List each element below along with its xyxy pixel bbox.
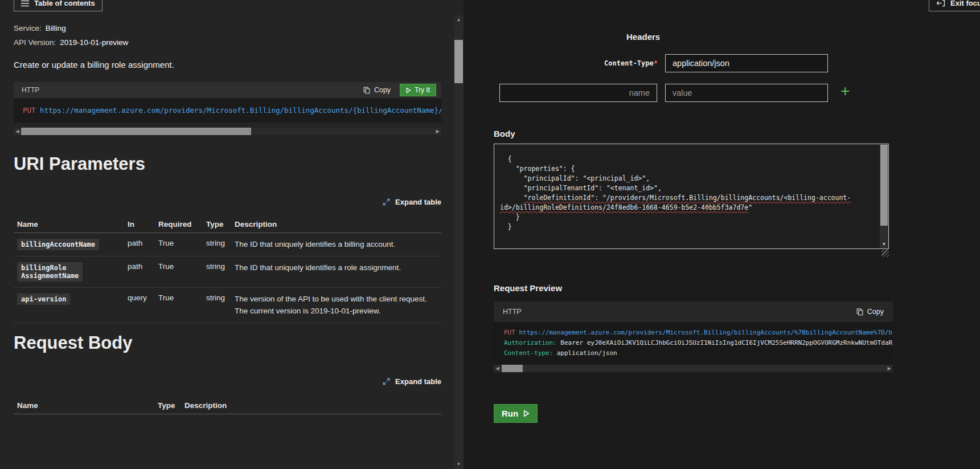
preview-line-content-type: Content-type: application/json [504,348,884,358]
scroll-left-icon[interactable]: ◀ [494,365,501,372]
param-in: query [128,293,158,302]
textarea-resize-grip[interactable] [881,250,889,257]
col-type: Type [206,220,235,229]
param-required: True [158,262,206,271]
table-row: api-version query True string The versio… [14,288,441,323]
json-line: { [500,154,878,164]
request-body-table: Name Type Description [14,397,441,414]
content-type-input[interactable] [665,54,828,72]
scroll-down-icon[interactable]: ▼ [880,240,888,248]
preview-line-authorization: Authorization: Bearer eyJ0eXAiOiJKV1QiLC… [504,338,884,348]
param-type: string [206,239,235,247]
json-line: "principalTenantId": "<tenant_id>", [500,183,878,193]
copy-icon [363,86,371,94]
param-type: string [206,262,235,271]
headers-section-title: Headers [626,32,660,42]
table-header-row: Name In Required Type Description [14,215,441,233]
copy-icon [856,308,864,316]
try-it-label: Try It [415,86,430,94]
run-label: Run [502,409,518,418]
request-url: https://management.azure.com/providers/M… [40,106,441,115]
scrollbar-thumb[interactable] [502,365,523,372]
hamburger-icon [21,0,29,7]
request-preview-block: HTTP Copy PUT https://management.azure.c… [494,301,893,372]
param-description: The version of the API to be used with t… [235,293,441,317]
spellcheck-underline: "roleDefinitionId": "/providers/Microsof… [524,194,851,202]
param-required: True [158,293,206,302]
header-value: Bearer eyJ0eXAiOiJKV1QiLCJhbGciOiJSUzI1N… [560,339,893,346]
json-line: "roleDefinitionId": "/providers/Microsof… [500,193,878,203]
sample-horizontal-scrollbar[interactable]: ◀ ▶ [14,128,441,135]
content-type-label: Content-Type* [499,59,658,67]
header-value: application/json [557,349,617,357]
scrollbar-thumb[interactable] [454,40,463,83]
col-description: Description [235,220,441,229]
copy-button[interactable]: Copy [856,308,884,316]
param-description: The ID that uniquely identifies a role a… [235,262,441,274]
request-preview-title: Request Preview [494,283,562,293]
header-name-input[interactable] [499,84,657,102]
table-row: billingAccountName path True string The … [14,233,441,256]
request-url: https://management.azure.com/providers/M… [519,329,893,336]
scrollbar-thumb[interactable] [21,128,251,135]
page-vertical-scrollbar[interactable]: ▲ ▼ [454,0,464,469]
http-method: PUT [504,329,515,336]
request-body-heading: Request Body [14,333,132,353]
scroll-up-icon[interactable]: ▲ [454,16,464,24]
header-key: Authorization: [504,339,557,346]
body-section-title: Body [494,129,515,138]
param-type: string [206,293,235,302]
scroll-down-icon[interactable]: ▼ [454,460,464,468]
param-name: billingRole AssignmentName [17,262,83,282]
table-of-contents-button[interactable]: Table of contents [14,0,102,11]
copy-label: Copy [867,308,884,316]
expand-table-label: Expand table [395,377,441,386]
col-in: In [128,220,158,229]
request-preview-code: PUT https://management.azure.com/provide… [494,322,893,365]
api-docs-try-it-page: Table of contents Service:Billing API Ve… [0,0,980,469]
http-sample-code: PUT https://management.azure.com/provide… [14,98,441,123]
expand-table-uri-params[interactable]: Expand table [14,198,441,206]
try-it-console: Exit focus m Headers Content-Type* + Bod… [464,0,980,469]
http-sample-block: HTTP Copy Try It PUT https://management.… [14,82,441,123]
scrollbar-thumb[interactable] [880,145,888,226]
scrollbar-track[interactable]: ▲ ▼ [454,15,464,469]
run-button[interactable]: Run [494,404,538,423]
operation-summary: Create or update a billing role assignme… [14,60,174,70]
preview-header: HTTP Copy [494,301,893,322]
request-body-editor[interactable]: { "properties": { "principalId": "<princ… [494,144,889,249]
request-body-json[interactable]: { "properties": { "principalId": "<princ… [494,144,880,248]
header-key: Content-type: [504,349,553,357]
editor-vertical-scrollbar[interactable]: ▼ [880,144,888,248]
play-icon [406,87,411,93]
scroll-right-icon[interactable]: ▶ [434,128,441,135]
code-language-label: HTTP [22,86,39,94]
scroll-right-icon[interactable]: ▶ [885,365,893,372]
col-required: Required [158,220,206,229]
table-header-row: Name Type Description [14,397,441,414]
table-row: billingRole AssignmentName path True str… [14,256,441,288]
http-method: PUT [23,106,36,115]
required-marker: * [654,59,658,67]
exit-focus-mode-button[interactable]: Exit focus m [929,0,980,11]
param-name: api-version [17,293,70,305]
toc-label: Table of contents [34,0,95,7]
copy-button[interactable]: Copy [363,86,391,94]
api-version-value: 2019-10-01-preview [60,38,128,47]
exit-focus-icon [936,0,945,7]
spellcheck-underline: id>/billingRoleDefinitions/24f8edb6-1668… [500,203,748,211]
expand-icon [382,198,391,206]
scroll-left-icon[interactable]: ◀ [14,128,21,135]
param-in: path [128,239,158,247]
api-version-label: API Version: [14,38,56,47]
json-line: id>/billingRoleDefinitions/24f8edb6-1668… [500,203,878,213]
doc-panel: Table of contents Service:Billing API Ve… [0,0,454,469]
try-it-button[interactable]: Try It [400,84,436,96]
uri-parameters-heading: URI Parameters [14,154,145,174]
content-type-label-text: Content-Type [604,59,654,67]
col-type: Type [158,401,184,410]
add-header-button[interactable]: + [840,83,850,99]
expand-table-request-body[interactable]: Expand table [14,377,441,386]
preview-horizontal-scrollbar[interactable]: ◀ ▶ [494,365,893,372]
header-value-input[interactable] [665,84,828,102]
